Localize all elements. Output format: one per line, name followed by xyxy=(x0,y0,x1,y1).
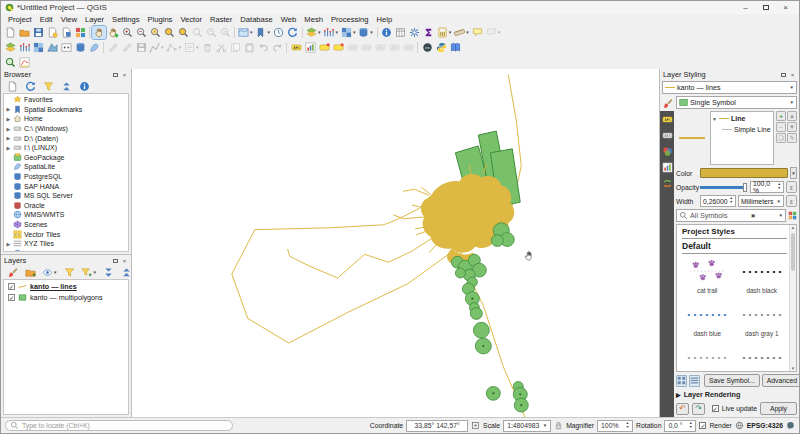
expand-arrow-icon[interactable]: ▶ xyxy=(6,106,11,112)
styling-undock-button[interactable] xyxy=(780,71,787,78)
spin-arrows-icon[interactable]: ▲▼ xyxy=(689,422,692,430)
width-unit-select[interactable]: Millimeters▼ xyxy=(738,195,784,207)
menu-edit[interactable]: Edit xyxy=(36,15,57,24)
browser-item-xyz-tiles[interactable]: ▶ XYZ Tiles xyxy=(4,239,128,249)
data-source-manager-button[interactable]: ▼ xyxy=(305,26,322,39)
style-item-cat-trail[interactable]: cat trail xyxy=(682,257,733,298)
styling-layer-select[interactable]: kanto — lines ▼ xyxy=(662,81,797,94)
field-calculator-button[interactable]: ▼ xyxy=(436,26,453,39)
rotation-spinbox[interactable]: 0,0 °▲▼ xyxy=(664,420,696,432)
browser-item-geopackage[interactable]: GeoPackage xyxy=(4,153,128,163)
browser-refresh-button[interactable] xyxy=(23,80,37,93)
menu-layer[interactable]: Layer xyxy=(81,15,108,24)
style-item-dash-gray-3[interactable]: dash gray 3 xyxy=(737,343,788,372)
browser-filter-button[interactable] xyxy=(41,80,55,93)
new-map-view-button[interactable]: ▼ xyxy=(237,26,254,39)
label-tool-3-button[interactable] xyxy=(401,41,415,54)
help-contents-button[interactable] xyxy=(448,41,462,54)
browser-properties-button[interactable] xyxy=(77,80,91,93)
pan-map-button[interactable] xyxy=(92,26,106,39)
menu-web[interactable]: Web xyxy=(277,15,300,24)
spin-arrows-icon[interactable]: ▲▼ xyxy=(626,422,629,430)
open-project-button[interactable] xyxy=(17,26,31,39)
browser-item-postgresql[interactable]: PostgreSQL xyxy=(4,172,128,182)
layer-rendering-section[interactable]: ▶ Layer Rendering xyxy=(676,389,797,400)
add-vector-layer-button[interactable]: ▼ xyxy=(322,26,339,39)
layout-manager-button[interactable] xyxy=(59,26,73,39)
filter-legend-button[interactable] xyxy=(62,266,76,279)
layers-undock-button[interactable] xyxy=(112,257,119,264)
scale-select[interactable]: 1:4804983▼ xyxy=(503,420,551,432)
icon-view-button[interactable] xyxy=(676,375,687,387)
label-tool-2-button[interactable] xyxy=(387,41,401,54)
browser-item-favorites[interactable]: Favorites xyxy=(4,95,128,105)
style-item-dash-black[interactable]: dash black xyxy=(737,257,788,298)
opacity-slider[interactable] xyxy=(700,186,748,189)
toggle-editing-button[interactable] xyxy=(120,41,134,54)
spin-arrows-icon[interactable]: ▲▼ xyxy=(778,183,781,191)
layers-close-button[interactable]: × xyxy=(121,257,128,264)
new-print-layout-button[interactable] xyxy=(45,26,59,39)
scroll-up-icon[interactable]: ▲ xyxy=(790,225,796,230)
style-manager-button[interactable] xyxy=(73,26,87,39)
browser-item-vector-tiles[interactable]: Vector Tiles xyxy=(4,229,128,239)
browser-undock-button[interactable] xyxy=(112,71,119,78)
options-button[interactable] xyxy=(408,26,422,39)
opacity-slider-handle[interactable] xyxy=(743,183,747,192)
add-delimited-text-button[interactable] xyxy=(59,41,73,54)
browser-item-scenes[interactable]: Scenes xyxy=(4,220,128,230)
add-spatialite-layer-button[interactable] xyxy=(87,41,101,54)
zoom-to-selection-button[interactable] xyxy=(162,26,176,39)
map-tips-button[interactable] xyxy=(471,26,485,39)
menu-plugins[interactable]: Plugins xyxy=(144,15,177,24)
layer-visibility-checkbox[interactable]: ✓ xyxy=(8,283,15,290)
browser-close-button[interactable]: × xyxy=(121,71,128,78)
statistical-summary-button[interactable] xyxy=(422,26,436,39)
menu-settings[interactable]: Settings xyxy=(108,15,143,24)
apply-button[interactable]: Apply xyxy=(760,402,797,415)
styling-tab-history[interactable] xyxy=(660,175,674,191)
styling-tab-3d[interactable] xyxy=(660,143,674,159)
style-manager-icon[interactable] xyxy=(788,211,797,220)
scroll-down-icon[interactable]: ▼ xyxy=(790,366,796,371)
menu-help[interactable]: Help xyxy=(372,15,396,24)
digitize-button[interactable]: ▼ xyxy=(148,41,165,54)
zoom-full-button[interactable] xyxy=(148,26,162,39)
close-button[interactable]: × xyxy=(776,2,795,13)
menu-project[interactable]: Project xyxy=(4,15,36,24)
new-spatial-bookmark-button[interactable]: ▼ xyxy=(254,26,271,39)
styling-tab-symbology[interactable] xyxy=(660,95,674,111)
new-project-button[interactable] xyxy=(3,26,17,39)
expand-arrow-icon[interactable]: ▶ xyxy=(6,145,11,151)
add-more-layers-button[interactable]: ▼ xyxy=(357,26,374,39)
move-up-button[interactable]: ▲ xyxy=(787,111,797,121)
styles-scrollbar[interactable]: ▲ ▼ xyxy=(789,225,796,371)
python-console-button[interactable] xyxy=(434,41,448,54)
remove-symbol-layer-button[interactable]: − xyxy=(776,122,786,132)
layer-item-kanto-lines[interactable]: ✓ kanto — lines xyxy=(4,281,128,292)
renderer-select[interactable]: Single Symbol ▼ xyxy=(676,96,797,109)
extents-icon[interactable] xyxy=(471,421,480,430)
symbol-search-input[interactable]: All Symbols ▣ ▼ xyxy=(676,209,786,222)
browser-collapse-all-button[interactable] xyxy=(59,80,73,93)
cut-features-button[interactable] xyxy=(214,41,228,54)
maximize-button[interactable] xyxy=(756,2,775,13)
style-item-dash-gray-2[interactable]: dash gray 2 xyxy=(682,343,733,372)
add-raster-layer-toolbar-button[interactable] xyxy=(31,41,45,54)
symbol-tree-root[interactable]: ▼ Line xyxy=(712,113,772,124)
pan-to-selection-button[interactable] xyxy=(106,26,120,39)
style-item-dash-gray-1[interactable]: dash gray 1 xyxy=(737,300,788,341)
save-layer-edits-button[interactable] xyxy=(134,41,148,54)
zoom-next-button[interactable] xyxy=(218,26,232,39)
styling-undo-button[interactable]: ↶ xyxy=(676,403,689,415)
expander-icon[interactable]: ▼ xyxy=(712,116,717,122)
menu-processing[interactable]: Processing xyxy=(327,15,373,24)
lock-color-button[interactable]: ✎ xyxy=(787,133,797,143)
paste-features-button[interactable] xyxy=(242,41,256,54)
modify-attributes-button[interactable]: ▼ xyxy=(183,41,200,54)
expand-arrow-icon[interactable]: ▶ xyxy=(6,135,11,141)
style-item-dash-blue[interactable]: dash blue xyxy=(682,300,733,341)
rotate-label-button[interactable] xyxy=(359,41,373,54)
browser-item-spatialite[interactable]: SpatiaLite xyxy=(4,162,128,172)
magnifier-spinbox[interactable]: 100%▲▼ xyxy=(597,420,633,432)
